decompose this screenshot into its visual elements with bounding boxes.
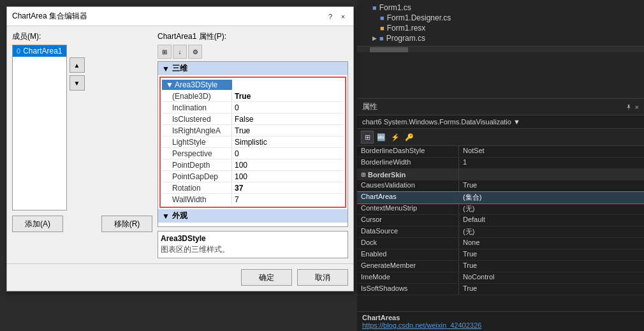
ide-prop-name: GenerateMember [357,261,459,272]
ide-prop-value: NoControl [459,272,644,283]
ide-prop-dock: Dock None [357,238,644,249]
prop-name: IsRightAngleA [162,126,232,136]
prop-value: 37 [232,183,245,193]
add-button[interactable]: 添加(A) [12,216,63,232]
props-group-label[interactable]: ▼ Area3DStyle [162,80,232,90]
prop-value: 7 [232,195,242,205]
ide-prop-value [459,169,644,180]
arrow-right-icon: ▶ [372,35,377,41]
prop-value: Simplistic [232,137,270,147]
prop-name: IsClustered [162,114,232,124]
prop-name: Perspective [162,149,232,159]
ide-props-object-text: chart6 System.Windows.Forms.DataVisualiz… [362,118,520,126]
prop-row-rotation: Rotation 37 [162,182,344,194]
members-row: 0 ChartArea1 ▲ ▼ [12,45,152,210]
ide-prop-name: ChartAreas [357,192,459,203]
ok-button[interactable]: 确定 [241,269,292,286]
props-panel-close-icon[interactable]: × [635,103,639,111]
ide-prop-name: ⊞ BorderSkin [357,169,459,180]
ide-props-pins: 🖈 × [626,103,639,111]
ide-prop-value: True [459,261,644,272]
ide-props-toolbar: ⊞ 🔤 ⚡ 🔑 [357,129,644,146]
cancel-button[interactable]: 取消 [297,269,348,286]
cs-icon: ■ [380,14,384,22]
ide-props-object[interactable]: chart6 System.Windows.Forms.DataVisualiz… [357,115,644,129]
pin-icon[interactable]: 🖈 [626,103,633,111]
solution-explorer: ■ Form1.cs ■ Form1.Designer.cs ■ Form1.r… [357,0,644,99]
tree-item-form1resx[interactable]: ■ Form1.resx [360,23,641,33]
prop-row-inclination: Inclination 0 [162,102,344,114]
ide-prop-name: ContextMenuStrip [357,203,459,214]
dialog-title: ChartArea 集合编辑器 [12,11,87,22]
ide-prop-value: True [459,249,644,260]
prop-row-isrightangle: IsRightAngleA True [162,125,344,136]
ide-prop-name: CausesValidation [357,180,459,191]
ide-prop-generatemember: GenerateMember True [357,261,644,272]
ide-props-footer: ChartAreas https://blog.csdn.net/weixin_… [357,311,644,331]
prop-row-pointdepth: PointDepth 100 [162,159,344,171]
props-tree[interactable]: ▼ 三维 ▼ Area3DStyle [157,61,348,227]
solution-tree: ■ Form1.cs ■ Form1.Designer.cs ■ Form1.r… [357,0,644,46]
dialog-footer: 确定 取消 [7,263,353,291]
ide-prop-imemode: ImeMode NoControl [357,272,644,284]
members-list[interactable]: 0 ChartArea1 [12,45,67,210]
dialog-title-buttons: ? × [325,11,348,22]
props-sort-btn[interactable]: ↓ [173,45,187,59]
ide-settings-btn[interactable]: 🔑 [403,131,416,143]
ide-prop-borderlinedashstyle: BorderlineDashStyle NotSet [357,146,644,158]
ide-prop-datasource: DataSource (无) [357,226,644,238]
resx-icon: ■ [380,24,384,32]
prop-row-lightstyle: LightStyle Simplistic [162,136,344,148]
member-item[interactable]: 0 ChartArea1 [13,45,66,57]
ide-sort-btn[interactable]: ⚡ [389,131,402,143]
ide-prop-value: True [459,180,644,191]
props-section-collapse-icon: ▼ [162,64,170,73]
dialog-body: 成员(M): 0 ChartArea1 ▲ ▼ 添加(A) 移 [7,26,353,263]
prop-row-isclustered: IsClustered False [162,114,344,125]
prop-row-wallwidth: WallWidth 7 [162,194,344,205]
props-categorized-btn[interactable]: ⊞ [157,45,172,59]
ide-prop-name: BorderlineDashStyle [357,146,459,157]
ide-prop-name: Dock [357,238,459,249]
members-panel: 成员(M): 0 ChartArea1 ▲ ▼ 添加(A) 移 [12,31,152,258]
ide-prop-chartareas[interactable]: ChartAreas (集合) [357,192,644,203]
tree-item-label: Form1.cs [379,3,411,12]
dialog-help-button[interactable]: ? [325,11,335,22]
tree-item-label: Form1.resx [387,24,426,33]
props-panel: ChartArea1 属性(P): ⊞ ↓ ⚙ ▼ 三维 [157,31,348,258]
cs-icon: ■ [379,34,384,42]
ide-prop-name: IsSoftShadows [357,284,459,295]
prop-value: 0 [232,149,242,159]
add-remove-row: 添加(A) 移除(R) [12,216,152,232]
ide-sort-az-btn[interactable]: 🔤 [375,131,388,143]
tree-item-form1cs[interactable]: ■ Form1.cs [360,3,641,13]
ide-prop-value: (无) [459,226,644,237]
tree-item-label: Form1.Designer.cs [387,13,451,22]
remove-button[interactable]: 移除(R) [101,216,152,232]
dialog-close-button[interactable]: × [338,11,348,22]
props-inner-list: (Enable3D) True Inclination 0 IsClustere… [162,91,344,205]
ide-categorized-btn[interactable]: ⊞ [361,131,374,143]
props-panel-label: ChartArea1 属性(P): [157,31,348,42]
props-settings-btn[interactable]: ⚙ [188,45,202,59]
ide-footer-label: ChartAreas [362,314,639,321]
move-down-button[interactable]: ▼ [70,75,85,91]
solution-explorer-scrollbar[interactable] [357,46,644,52]
props-group-3dstyle: ▼ Area3DStyle (Enable3D) True Inclina [159,77,346,208]
prop-row-perspective: Perspective 0 [162,148,344,159]
prop-value: 100 [232,172,250,182]
ide-prop-value: NotSet [459,146,644,157]
ide-panel: ■ Form1.cs ■ Form1.Designer.cs ■ Form1.r… [357,0,644,331]
prop-value: False [232,114,256,124]
dialog-titlebar: ChartArea 集合编辑器 ? × [7,7,353,26]
tree-item-form1designer[interactable]: ■ Form1.Designer.cs [360,13,641,23]
ide-props-list[interactable]: BorderlineDashStyle NotSet BorderlineWid… [357,146,644,311]
ide-prop-enabled: Enabled True [357,249,644,261]
ide-prop-borderskin-section[interactable]: ⊞ BorderSkin [357,169,644,180]
prop-name: WallWidth [162,195,232,205]
expand-icon: ⊞ [361,172,366,178]
move-up-button[interactable]: ▲ [70,57,85,73]
members-label: 成员(M): [12,31,152,42]
tree-item-program[interactable]: ▶ ■ Program.cs [360,33,641,43]
prop-value: True [232,126,252,136]
